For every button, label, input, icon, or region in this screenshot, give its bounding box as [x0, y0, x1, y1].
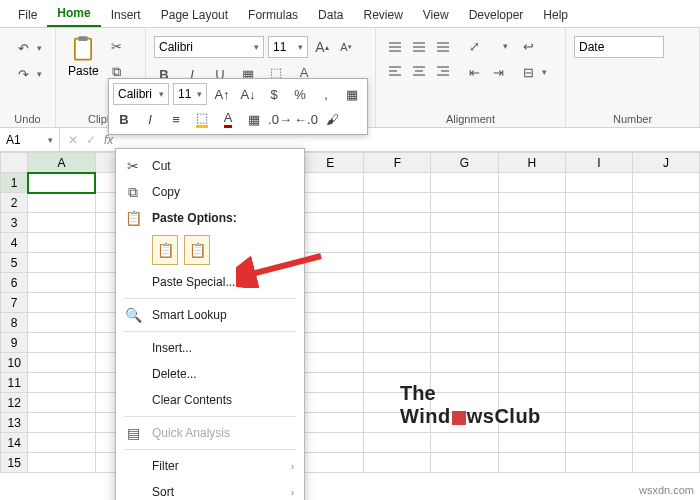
- ctx-smart-lookup[interactable]: 🔍 Smart Lookup: [116, 302, 304, 328]
- undo-dropdown[interactable]: ▾: [37, 43, 42, 53]
- cell-H8[interactable]: [498, 313, 565, 333]
- ctx-clear-contents[interactable]: Clear Contents: [116, 387, 304, 413]
- cell-A14[interactable]: [28, 433, 95, 453]
- cell-A10[interactable]: [28, 353, 95, 373]
- name-box[interactable]: A1▾: [0, 128, 60, 151]
- cell-E11[interactable]: [297, 373, 364, 393]
- cell-G7[interactable]: [431, 293, 498, 313]
- row-header-12[interactable]: 12: [1, 393, 28, 413]
- cell-J3[interactable]: [632, 213, 699, 233]
- cell-F14[interactable]: [364, 433, 431, 453]
- orientation-icon[interactable]: ⤢: [464, 36, 484, 56]
- cell-G10[interactable]: [431, 353, 498, 373]
- cell-G4[interactable]: [431, 233, 498, 253]
- row-header-13[interactable]: 13: [1, 413, 28, 433]
- ctx-sort[interactable]: Sort ›: [116, 479, 304, 500]
- cell-F4[interactable]: [364, 233, 431, 253]
- cell-E10[interactable]: [297, 353, 364, 373]
- tab-data[interactable]: Data: [308, 3, 353, 27]
- row-header-6[interactable]: 6: [1, 273, 28, 293]
- row-header-1[interactable]: 1: [1, 173, 28, 193]
- cell-J5[interactable]: [632, 253, 699, 273]
- col-header-J[interactable]: J: [632, 153, 699, 173]
- cell-E9[interactable]: [297, 333, 364, 353]
- undo-icon[interactable]: ↶: [13, 38, 33, 58]
- cell-I13[interactable]: [565, 413, 632, 433]
- row-header-4[interactable]: 4: [1, 233, 28, 253]
- row-header-9[interactable]: 9: [1, 333, 28, 353]
- tab-view[interactable]: View: [413, 3, 459, 27]
- cell-G1[interactable]: [431, 173, 498, 193]
- mini-italic-icon[interactable]: I: [139, 108, 161, 130]
- tab-review[interactable]: Review: [353, 3, 412, 27]
- tab-help[interactable]: Help: [533, 3, 578, 27]
- col-header-F[interactable]: F: [364, 153, 431, 173]
- mini-comma-icon[interactable]: ,: [315, 83, 337, 105]
- cell-J15[interactable]: [632, 453, 699, 473]
- row-header-14[interactable]: 14: [1, 433, 28, 453]
- cell-H3[interactable]: [498, 213, 565, 233]
- cell-H14[interactable]: [498, 433, 565, 453]
- mini-font-color-icon[interactable]: A: [217, 108, 239, 130]
- cell-E7[interactable]: [297, 293, 364, 313]
- cell-A4[interactable]: [28, 233, 95, 253]
- col-header-G[interactable]: G: [431, 153, 498, 173]
- cell-G2[interactable]: [431, 193, 498, 213]
- mini-decrease-decimal-icon[interactable]: ←.0: [295, 108, 317, 130]
- cell-A7[interactable]: [28, 293, 95, 313]
- paste-option-keep-source[interactable]: 📋: [152, 235, 178, 265]
- paste-option-values[interactable]: 📋: [184, 235, 210, 265]
- cell-F6[interactable]: [364, 273, 431, 293]
- cell-H2[interactable]: [498, 193, 565, 213]
- row-header-15[interactable]: 15: [1, 453, 28, 473]
- align-center-icon[interactable]: [408, 60, 430, 82]
- align-left-icon[interactable]: [384, 60, 406, 82]
- cell-A11[interactable]: [28, 373, 95, 393]
- ctx-insert[interactable]: Insert...: [116, 335, 304, 361]
- cell-H15[interactable]: [498, 453, 565, 473]
- cell-F15[interactable]: [364, 453, 431, 473]
- cell-I4[interactable]: [565, 233, 632, 253]
- mini-bold-icon[interactable]: B: [113, 108, 135, 130]
- mini-accounting-icon[interactable]: $: [263, 83, 285, 105]
- cell-J1[interactable]: [632, 173, 699, 193]
- row-header-10[interactable]: 10: [1, 353, 28, 373]
- row-header-8[interactable]: 8: [1, 313, 28, 333]
- cell-H1[interactable]: [498, 173, 565, 193]
- decrease-font-icon[interactable]: A▾: [336, 37, 356, 57]
- cell-A3[interactable]: [28, 213, 95, 233]
- cell-I11[interactable]: [565, 373, 632, 393]
- cell-F8[interactable]: [364, 313, 431, 333]
- increase-indent-icon[interactable]: ⇥: [488, 62, 508, 82]
- mini-border-icon[interactable]: ▦: [243, 108, 265, 130]
- cell-I14[interactable]: [565, 433, 632, 453]
- tab-formulas[interactable]: Formulas: [238, 3, 308, 27]
- cell-G3[interactable]: [431, 213, 498, 233]
- cell-J9[interactable]: [632, 333, 699, 353]
- mini-fill-color-icon[interactable]: ⬚: [191, 108, 213, 130]
- cell-J10[interactable]: [632, 353, 699, 373]
- cell-J2[interactable]: [632, 193, 699, 213]
- cell-H5[interactable]: [498, 253, 565, 273]
- cell-G14[interactable]: [431, 433, 498, 453]
- number-format-select[interactable]: Date: [574, 36, 664, 58]
- cell-I6[interactable]: [565, 273, 632, 293]
- cell-I3[interactable]: [565, 213, 632, 233]
- col-header-E[interactable]: E: [297, 153, 364, 173]
- col-header-H[interactable]: H: [498, 153, 565, 173]
- ctx-delete[interactable]: Delete...: [116, 361, 304, 387]
- redo-icon[interactable]: ↷: [13, 64, 33, 84]
- cell-A9[interactable]: [28, 333, 95, 353]
- cell-F10[interactable]: [364, 353, 431, 373]
- align-top-icon[interactable]: [384, 36, 406, 58]
- mini-align-icon[interactable]: ≡: [165, 108, 187, 130]
- cell-E13[interactable]: [297, 413, 364, 433]
- decrease-indent-icon[interactable]: ⇤: [464, 62, 484, 82]
- cell-J12[interactable]: [632, 393, 699, 413]
- cell-F2[interactable]: [364, 193, 431, 213]
- cell-A13[interactable]: [28, 413, 95, 433]
- mini-table-icon[interactable]: ▦: [341, 83, 363, 105]
- align-middle-icon[interactable]: [408, 36, 430, 58]
- font-name-select[interactable]: Calibri▾: [154, 36, 264, 58]
- mini-percent-icon[interactable]: %: [289, 83, 311, 105]
